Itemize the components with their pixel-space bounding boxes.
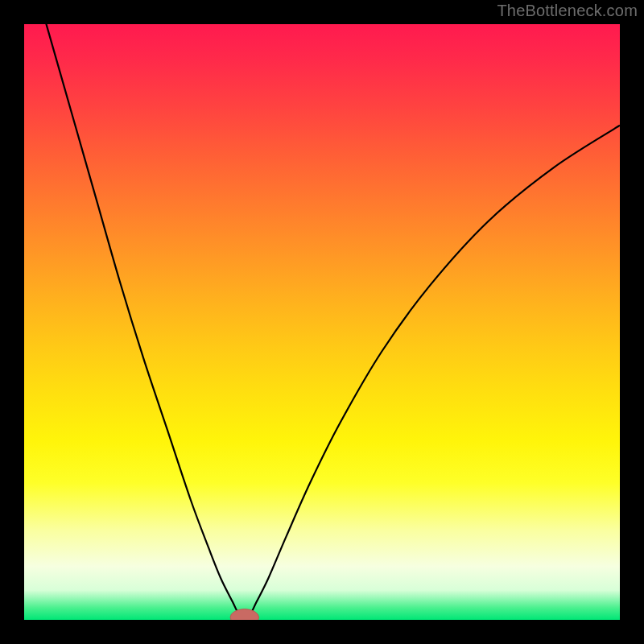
chart-frame: TheBottleneck.com <box>0 0 644 644</box>
plot-area <box>24 24 620 620</box>
optimum-marker <box>230 609 259 620</box>
bottleneck-curve <box>24 24 620 620</box>
curve-svg <box>24 24 620 620</box>
watermark-text: TheBottleneck.com <box>497 2 638 20</box>
